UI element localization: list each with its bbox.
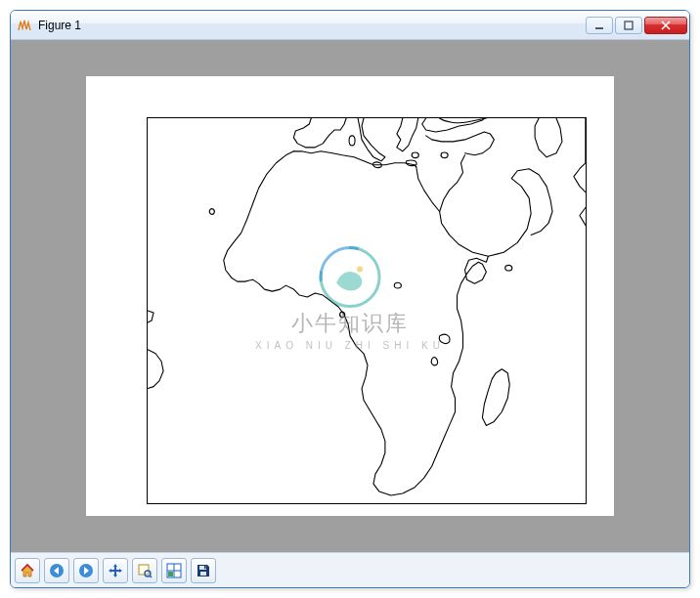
navigation-toolbar	[11, 552, 689, 587]
forward-button[interactable]	[73, 558, 99, 583]
window-title: Figure 1	[38, 19, 586, 32]
window-controls	[586, 17, 687, 34]
minimize-icon	[594, 21, 604, 30]
svg-rect-13	[168, 572, 173, 577]
plot-frame: 小牛知识库 XIAO NIU ZHI SHI KU	[86, 76, 614, 516]
minimize-button[interactable]	[586, 17, 613, 34]
svg-rect-16	[204, 566, 206, 569]
zoom-rect-icon	[137, 563, 153, 578]
move-icon	[108, 563, 123, 578]
arrow-left-icon	[49, 563, 65, 578]
save-icon	[196, 563, 211, 578]
svg-rect-0	[595, 27, 603, 29]
save-button[interactable]	[191, 558, 216, 583]
close-icon	[660, 21, 672, 30]
close-button[interactable]	[644, 17, 687, 34]
pan-button[interactable]	[103, 558, 128, 583]
svg-rect-7	[139, 565, 149, 575]
maximize-icon	[624, 21, 634, 30]
title-bar[interactable]: Figure 1	[11, 11, 689, 40]
svg-rect-1	[625, 21, 633, 29]
maximize-button[interactable]	[615, 17, 642, 34]
figure-window: Figure 1	[10, 10, 690, 588]
coastline-map	[148, 118, 586, 503]
app-icon	[17, 18, 32, 33]
svg-rect-15	[200, 572, 206, 576]
back-button[interactable]	[44, 558, 69, 583]
subplots-icon	[166, 563, 182, 578]
zoom-button[interactable]	[132, 558, 157, 583]
arrow-right-icon	[78, 563, 94, 578]
svg-line-9	[150, 576, 152, 577]
subplots-button[interactable]	[161, 558, 187, 583]
home-icon	[20, 563, 35, 578]
figure-canvas-area: 小牛知识库 XIAO NIU ZHI SHI KU	[11, 40, 689, 552]
map-axes[interactable]	[147, 117, 587, 504]
home-button[interactable]	[15, 558, 40, 583]
